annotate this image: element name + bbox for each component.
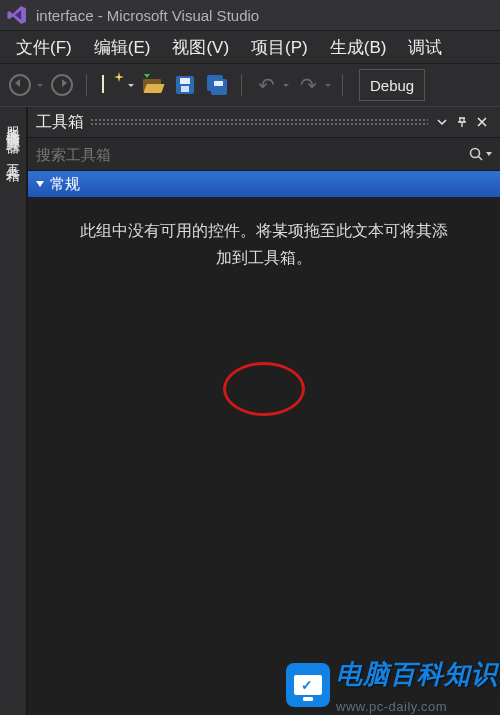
toolbox-category-label: 常规	[50, 175, 80, 194]
navigate-forward-button[interactable]	[48, 71, 76, 99]
svg-marker-0	[114, 72, 124, 82]
toolbox-tab[interactable]: 工具箱	[4, 149, 22, 163]
open-folder-icon	[143, 77, 163, 93]
grip-dots-icon	[90, 118, 428, 126]
server-explorer-tab[interactable]: 服务器资源管理器	[4, 111, 22, 135]
new-file-icon	[102, 76, 120, 94]
toolbox-title: 工具箱	[36, 112, 84, 133]
save-all-button[interactable]	[203, 71, 231, 99]
menu-debug[interactable]: 调试	[398, 32, 452, 63]
svg-point-1	[471, 149, 480, 158]
window-title: interface - Microsoft Visual Studio	[36, 7, 259, 24]
open-file-button[interactable]	[139, 71, 167, 99]
redo-button[interactable]: ↷	[294, 71, 332, 99]
toolbar-separator	[241, 74, 242, 96]
new-item-button[interactable]	[97, 71, 135, 99]
expand-arrow-icon	[36, 181, 44, 187]
save-button[interactable]	[171, 71, 199, 99]
undo-icon: ↶	[258, 75, 275, 95]
watermark-logo-icon	[286, 663, 330, 707]
toolbox-empty-text: 此组中没有可用的控件。将某项拖至此文本可将其添 加到工具箱。	[46, 217, 482, 271]
navigate-back-button[interactable]	[6, 71, 44, 99]
toolbar-separator	[86, 74, 87, 96]
back-arrow-icon	[9, 74, 31, 96]
visual-studio-logo-icon	[6, 4, 28, 26]
watermark-url: www.pc-daily.com	[336, 696, 447, 715]
close-panel-button[interactable]	[472, 112, 492, 132]
pin-button[interactable]	[452, 112, 472, 132]
main-area: 服务器资源管理器 工具箱 工具箱 常规	[0, 107, 500, 715]
save-all-icon	[207, 75, 227, 95]
menu-edit[interactable]: 编辑(E)	[84, 32, 161, 63]
menu-view[interactable]: 视图(V)	[162, 32, 239, 63]
main-toolbar: ↶ ↷ Debug	[0, 64, 500, 107]
menu-bar: 文件(F) 编辑(E) 视图(V) 项目(P) 生成(B) 调试	[0, 31, 500, 64]
toolbox-panel: 工具箱 常规 此组中没有可用的控件。将某项拖至此	[27, 107, 500, 715]
left-side-rail: 服务器资源管理器 工具箱	[0, 107, 27, 715]
search-button[interactable]	[466, 146, 494, 162]
save-icon	[176, 76, 194, 94]
toolbox-panel-header: 工具箱	[28, 107, 500, 138]
forward-arrow-icon	[51, 74, 73, 96]
toolbox-search-input[interactable]	[34, 145, 466, 164]
watermark: 电脑百科知识 www.pc-daily.com	[286, 652, 498, 715]
title-bar: interface - Microsoft Visual Studio	[0, 0, 500, 31]
toolbar-separator	[342, 74, 343, 96]
annotation-red-ellipse	[223, 362, 305, 416]
configuration-dropdown[interactable]: Debug	[359, 69, 425, 101]
watermark-brand: 电脑百科知识	[336, 652, 498, 696]
menu-project[interactable]: 项目(P)	[241, 32, 318, 63]
panel-options-dropdown[interactable]	[432, 112, 452, 132]
chevron-down-icon	[486, 152, 492, 156]
toolbox-body: 此组中没有可用的控件。将某项拖至此文本可将其添 加到工具箱。 电脑百科知识 ww…	[28, 197, 500, 715]
toolbox-search-row	[28, 138, 500, 171]
redo-icon: ↷	[300, 75, 317, 95]
toolbox-category-header[interactable]: 常规	[28, 171, 500, 197]
undo-button[interactable]: ↶	[252, 71, 290, 99]
menu-build[interactable]: 生成(B)	[320, 32, 397, 63]
menu-file[interactable]: 文件(F)	[6, 32, 82, 63]
